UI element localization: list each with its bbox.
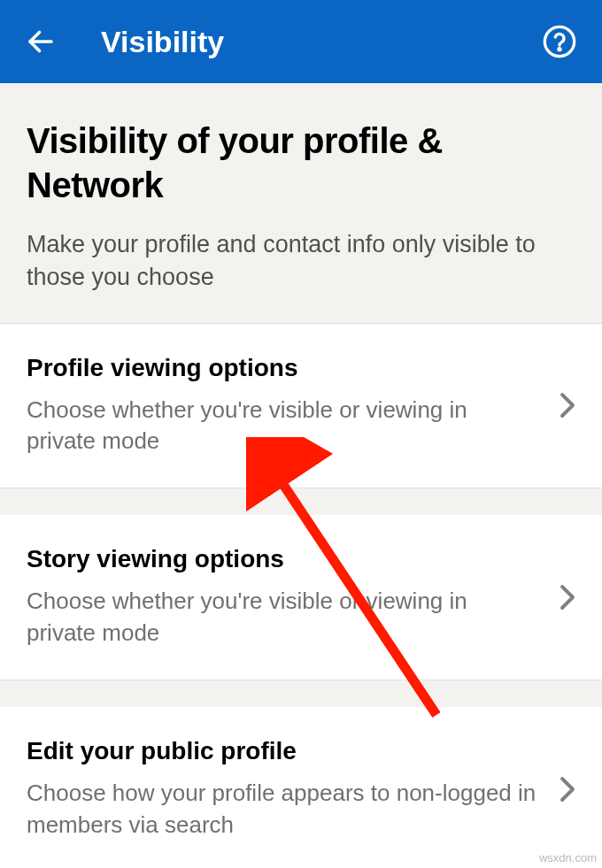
list-item-title: Edit your public profile [27,737,542,765]
setting-edit-public-profile[interactable]: Edit your public profile Choose how your… [0,707,602,868]
setting-story-viewing-options[interactable]: Story viewing options Choose whether you… [0,515,602,680]
page-title: Visibility [101,25,224,59]
list-item-desc: Choose how your profile appears to non-l… [27,778,542,841]
section-title: Visibility of your profile & Network [27,119,575,207]
app-header: Visibility [0,0,602,83]
chevron-right-icon [560,584,575,611]
list-item-desc: Choose whether you're visible or viewing… [27,395,542,458]
help-button[interactable] [542,24,577,59]
setting-profile-viewing-options[interactable]: Profile viewing options Choose whether y… [0,324,602,489]
watermark: wsxdn.com [539,851,597,864]
svg-point-2 [559,49,560,50]
arrow-left-icon [25,26,57,58]
spacer [0,488,602,515]
list-item-desc: Choose whether you're visible or viewing… [27,586,542,649]
section-subtitle: Make your profile and contact info only … [27,228,575,295]
section-heading: Visibility of your profile & Network Mak… [0,83,602,324]
list-item-title: Profile viewing options [27,354,542,382]
spacer [0,680,602,707]
back-button[interactable] [23,24,58,59]
list-item-content: Profile viewing options Choose whether y… [27,354,560,458]
list-item-title: Story viewing options [27,545,542,573]
chevron-right-icon [560,392,575,419]
help-icon [542,24,577,59]
list-item-content: Edit your public profile Choose how your… [27,737,560,841]
list-item-content: Story viewing options Choose whether you… [27,545,560,649]
chevron-right-icon [560,776,575,803]
svg-point-1 [544,27,574,56]
